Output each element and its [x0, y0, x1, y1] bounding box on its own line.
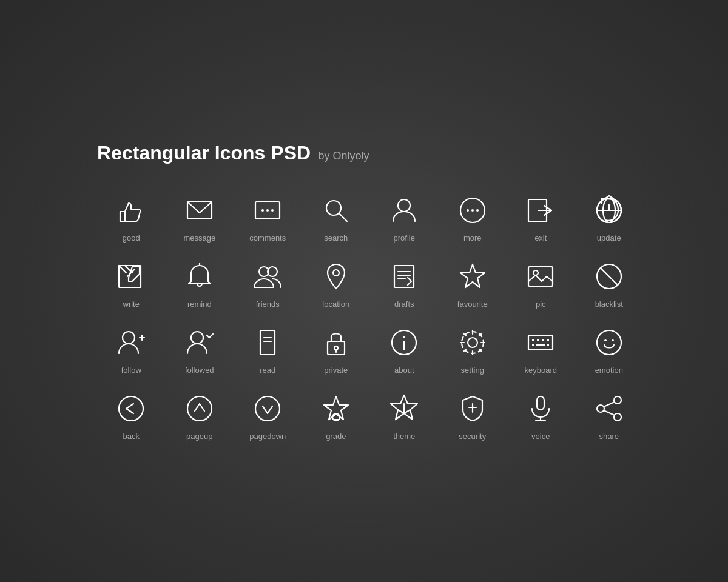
remind-icon [184, 261, 215, 292]
security-icon [457, 393, 488, 424]
svg-point-71 [255, 396, 280, 421]
icon-good[interactable]: good [97, 195, 166, 242]
svg-point-3 [266, 209, 269, 212]
icon-profile[interactable]: profile [370, 195, 439, 242]
icon-pic[interactable]: pic [507, 261, 575, 309]
svg-point-35 [123, 332, 135, 344]
icon-exit[interactable]: exit [507, 195, 575, 242]
svg-point-82 [614, 396, 621, 404]
grade-icon [320, 393, 352, 424]
svg-rect-26 [394, 266, 414, 287]
svg-point-47 [403, 336, 405, 338]
icon-keyboard[interactable]: keyboard [507, 327, 575, 375]
location-label: location [322, 299, 349, 309]
icon-follow[interactable]: follow [97, 327, 166, 375]
followed-label: followed [185, 366, 214, 375]
follow-icon [115, 327, 147, 358]
security-label: security [459, 432, 486, 441]
icon-drafts[interactable]: drafts [370, 261, 439, 309]
svg-rect-39 [260, 330, 275, 355]
icon-pageup[interactable]: pageup [166, 393, 234, 441]
svg-point-67 [604, 339, 607, 341]
svg-point-48 [468, 338, 477, 347]
exit-icon [525, 195, 556, 226]
update-icon [593, 195, 625, 226]
page-title: Rectangular Icons PSD [97, 142, 311, 164]
voice-icon [525, 393, 556, 424]
svg-line-34 [601, 268, 618, 285]
icon-read[interactable]: read [234, 327, 302, 375]
icon-back[interactable]: back [97, 393, 166, 441]
more-label: more [463, 233, 482, 242]
exit-label: exit [534, 233, 547, 242]
svg-rect-60 [537, 339, 539, 341]
icon-favourite[interactable]: favourite [439, 261, 507, 309]
svg-point-66 [597, 330, 621, 355]
icon-blacklist[interactable]: blacklist [575, 261, 644, 309]
setting-label: setting [461, 366, 484, 375]
good-label: good [123, 233, 140, 242]
pageup-icon [184, 393, 215, 424]
keyboard-icon [525, 327, 556, 358]
svg-line-85 [604, 402, 615, 407]
comments-icon [252, 195, 283, 226]
search-icon [320, 195, 352, 226]
icon-voice[interactable]: voice [507, 393, 575, 441]
icon-grade[interactable]: grade [302, 393, 371, 441]
icon-followed[interactable]: followed [166, 327, 234, 375]
remind-label: remind [187, 299, 212, 309]
svg-rect-61 [542, 339, 544, 341]
icon-row-3: follow followed read [97, 327, 643, 375]
update-label: update [597, 233, 621, 242]
pic-label: pic [536, 299, 546, 309]
pagedown-icon [252, 393, 283, 424]
icon-setting[interactable]: setting [439, 327, 507, 375]
icon-comments[interactable]: comments [234, 195, 302, 242]
svg-point-84 [597, 405, 604, 412]
content-area: Rectangular Icons PSD by Onlyoly good [73, 130, 655, 453]
icon-location[interactable]: location [302, 261, 371, 309]
icon-message[interactable]: message [166, 195, 234, 242]
icon-friends[interactable]: friends [234, 261, 302, 309]
icon-update[interactable]: update [575, 195, 644, 242]
icon-theme[interactable]: theme [370, 393, 439, 441]
svg-marker-72 [324, 396, 348, 420]
keyboard-label: keyboard [525, 366, 557, 375]
icon-more[interactable]: more [439, 195, 507, 242]
title-area: Rectangular Icons PSD by Onlyoly [85, 142, 643, 164]
svg-rect-63 [532, 344, 534, 346]
share-label: share [599, 432, 619, 441]
svg-rect-62 [547, 339, 549, 341]
theme-label: theme [393, 432, 415, 441]
svg-point-10 [471, 209, 474, 212]
icon-share[interactable]: share [575, 393, 644, 441]
svg-rect-59 [532, 339, 534, 341]
icon-private[interactable]: private [302, 327, 371, 375]
page-background: Rectangular Icons PSD by Onlyoly good [0, 0, 728, 582]
favourite-label: favourite [457, 299, 488, 309]
followed-icon [184, 327, 215, 358]
svg-point-4 [271, 209, 274, 212]
back-icon [115, 393, 147, 424]
icon-search[interactable]: search [302, 195, 371, 242]
pagedown-label: pagedown [249, 432, 286, 441]
setting-icon [457, 327, 488, 358]
pageup-label: pageup [186, 432, 212, 441]
svg-marker-30 [460, 264, 485, 287]
icon-pagedown[interactable]: pagedown [234, 393, 302, 441]
voice-label: voice [531, 432, 550, 441]
write-icon [115, 261, 147, 292]
emotion-label: emotion [595, 366, 623, 375]
friends-icon [252, 261, 283, 292]
good-icon [115, 195, 147, 226]
icon-security[interactable]: security [439, 393, 507, 441]
icon-write[interactable]: write [97, 261, 166, 309]
about-icon [388, 327, 420, 358]
svg-rect-31 [528, 267, 553, 286]
write-label: write [123, 299, 140, 309]
icon-about[interactable]: about [370, 327, 439, 375]
profile-icon [388, 195, 420, 226]
icon-remind[interactable]: remind [166, 261, 234, 309]
svg-point-38 [191, 332, 203, 344]
icon-emotion[interactable]: emotion [575, 327, 644, 375]
